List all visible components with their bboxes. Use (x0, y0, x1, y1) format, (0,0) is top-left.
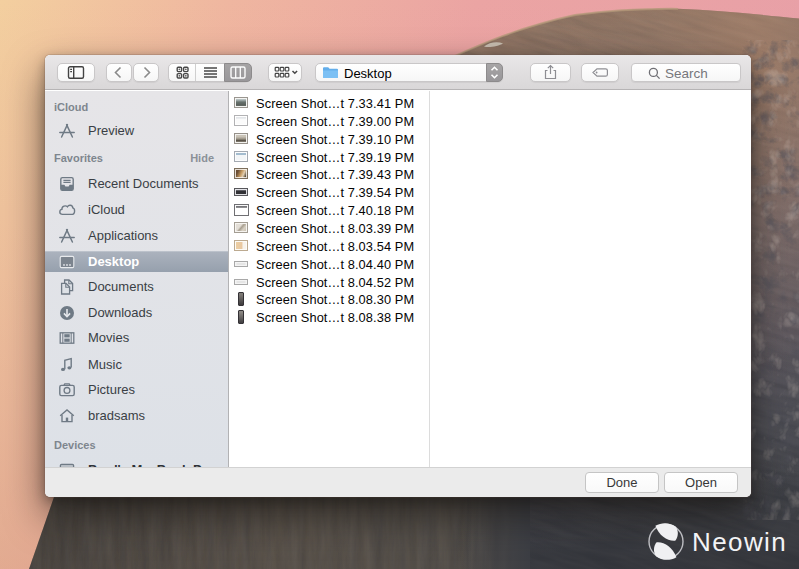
svg-text:Neowin: Neowin (692, 527, 787, 557)
